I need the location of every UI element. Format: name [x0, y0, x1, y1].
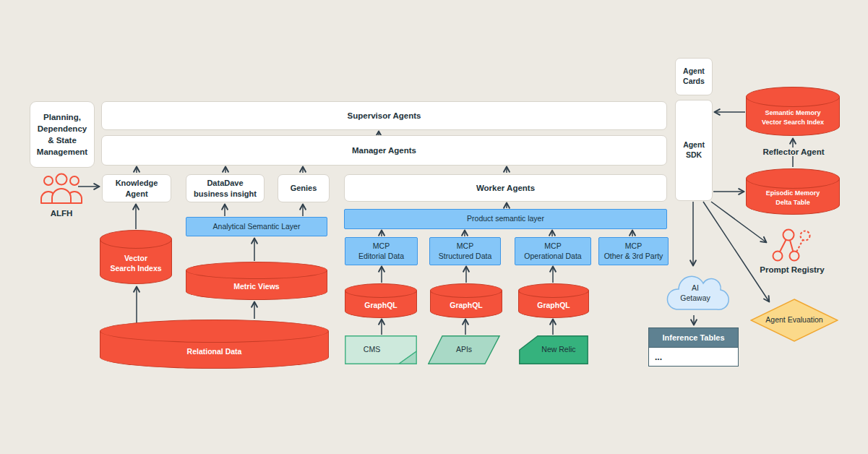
cylinder-top-ellipse: [100, 230, 172, 249]
cylinder-top-ellipse: [100, 320, 329, 343]
node-mcp-structured-data: MCP Structured Data: [429, 237, 501, 265]
node-vector-search-indexes: Vector Search Indexs: [100, 230, 172, 284]
node-supervisor-agents: Supervisor Agents: [101, 101, 667, 130]
cylinder-top-ellipse: [746, 87, 840, 107]
new-relic-label: New Relic: [519, 335, 588, 364]
cylinder-label: GraphQL: [346, 298, 416, 313]
node-graphql-operational: GraphQL: [518, 283, 589, 318]
node-genies: Genies: [278, 174, 330, 202]
prompt-registry-icon: [772, 228, 812, 265]
cylinder-label: Semantic Memory Vector Search Index: [747, 107, 838, 129]
cylinder-label: Relational Data: [101, 343, 327, 361]
node-planning-dependency-state: Planning, Dependency & State Management: [30, 101, 95, 168]
node-agent-evaluation: Agent Evaluation: [750, 299, 838, 342]
node-graphql-structured: GraphQL: [430, 283, 502, 318]
cylinder-label: GraphQL: [520, 298, 588, 313]
ai-getaway-label: AI Getaway: [655, 268, 736, 314]
node-graphql-editorial: GraphQL: [345, 283, 417, 318]
agent-evaluation-label: Agent Evaluation: [750, 299, 838, 342]
cylinder-label: Episodic Memory Delta Table: [747, 189, 838, 207]
node-knowledge-agent: Knowledge Agent: [102, 174, 171, 202]
apis-label: APIs: [428, 335, 500, 364]
node-semantic-memory-vector-search-index: Semantic Memory Vector Search Index: [746, 87, 840, 136]
cylinder-top-ellipse: [746, 168, 840, 189]
node-mcp-other-3rd-party: MCP Other & 3rd Party: [598, 237, 669, 265]
node-metric-views: Metric Views: [186, 262, 327, 300]
node-new-relic: New Relic: [519, 335, 588, 364]
cylinder-top-ellipse: [186, 262, 327, 279]
diagram-canvas: ALFH Planning, Dependency & State Manage…: [0, 0, 868, 454]
cylinder-label: GraphQL: [431, 298, 501, 313]
reflector-agent-label: Reflector Agent: [759, 147, 828, 156]
node-datadave-business-insight: DataDave business insight: [186, 174, 265, 202]
node-worker-agents: Worker Agents: [344, 174, 667, 202]
node-agent-sdk: Agent SDK: [675, 100, 713, 201]
alfh-people-icon: [40, 172, 83, 205]
node-episodic-memory-delta-table: Episodic Memory Delta Table: [746, 168, 840, 215]
cylinder-label: Metric Views: [187, 279, 326, 294]
node-analytical-semantic-layer: Analytical Semantic Layer: [186, 217, 327, 236]
inference-tables-header: Inference Tables: [649, 328, 738, 348]
prompt-registry-label: Prompt Registry: [752, 265, 833, 274]
node-mcp-operational-data: MCP Operational Data: [515, 237, 591, 265]
node-mcp-editorial-data: MCP Editorial Data: [345, 237, 418, 265]
inference-tables-row: ...: [649, 348, 738, 366]
node-cms: CMS: [345, 335, 417, 364]
node-agent-cards: Agent Cards: [675, 58, 713, 95]
cylinder-top-ellipse: [345, 283, 417, 298]
cylinder-top-ellipse: [430, 283, 502, 298]
node-apis: APIs: [428, 335, 500, 364]
cms-label: CMS: [345, 335, 417, 364]
node-ai-getaway: AI Getaway: [655, 268, 736, 314]
alfh-label: ALFH: [40, 209, 83, 218]
node-relational-data: Relational Data: [100, 320, 329, 369]
node-inference-tables: Inference Tables ...: [648, 327, 739, 367]
cylinder-label: Vector Search Indexs: [101, 249, 171, 278]
cylinder-top-ellipse: [518, 283, 589, 298]
node-product-semantic-layer: Product semantic layer: [344, 209, 667, 229]
node-manager-agents: Manager Agents: [101, 135, 667, 166]
